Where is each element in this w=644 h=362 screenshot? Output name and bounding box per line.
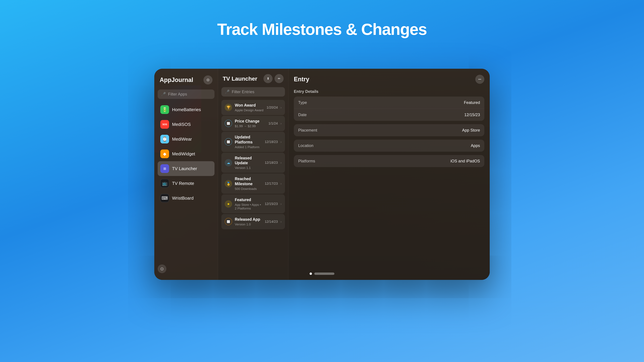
won-award-date: 1/20/24	[267, 106, 278, 109]
released-app-body: Released App Version 1.0	[235, 217, 262, 226]
mic-icon: 🎤	[161, 92, 166, 96]
released-update-date: 12/18/23	[265, 161, 278, 165]
location-label: Location	[298, 143, 314, 148]
won-award-title: Won Award	[235, 103, 264, 108]
mediwidget-icon: ◆	[160, 149, 169, 158]
settings-icon-button[interactable]: ⊙	[204, 75, 212, 84]
mediwear-label: MediWear	[172, 137, 192, 142]
released-app-subtitle: Version 1.0	[235, 223, 262, 226]
entry-price-change[interactable]: ⬜ Price Change $1.99 → $2.99 1/1/24 ›	[221, 116, 285, 131]
reached-milestone-chevron-icon: ›	[280, 182, 282, 186]
wristboard-label: WristBoard	[172, 196, 194, 201]
pagination	[310, 273, 334, 275]
price-change-chevron-icon: ›	[280, 121, 282, 125]
sidebar-item-tvremote[interactable]: 📺 TV Remote	[158, 176, 214, 191]
entry-won-award[interactable]: 🏆 Won Award Apple Design Award 1/20/24 ›	[221, 100, 285, 115]
entry-released-update[interactable]: ☁ Released Update Version 1.1 12/18/23 ›	[221, 153, 285, 173]
placement-card: Placement App Store	[294, 124, 484, 136]
sidebar-item-medisos[interactable]: SOS MediSOS	[158, 117, 214, 132]
updated-platforms-title: Updated Platforms	[235, 135, 262, 145]
released-update-title: Released Update	[235, 156, 262, 166]
location-card: Location Apps	[294, 140, 484, 152]
filter-entries-bar[interactable]: 🎤 Filter Entries	[221, 87, 285, 96]
mediwear-icon: ⌚	[160, 135, 169, 143]
edit-icon-button[interactable]: ✏	[274, 74, 284, 83]
entry-reached-milestone[interactable]: 🥇 Reached Milestone 500 Downloads 12/17/…	[221, 173, 285, 194]
entry-list: 🏆 Won Award Apple Design Award 1/20/24 ›…	[221, 100, 285, 275]
platforms-value: iOS and iPadOS	[450, 159, 480, 163]
panel-actions: ⬆ ✏	[264, 74, 284, 83]
released-update-icon: ☁	[225, 159, 232, 166]
share-icon-button[interactable]: ⬆	[264, 74, 272, 83]
settings-button[interactable]: ⊙	[158, 265, 166, 273]
homebatteries-label: HomeBatteries	[172, 107, 201, 112]
released-update-subtitle: Version 1.1	[235, 166, 262, 170]
featured-date: 12/15/23	[265, 202, 278, 206]
sidebar-header: AppJournal ⊙	[158, 75, 214, 84]
released-app-date: 12/14/23	[265, 220, 278, 224]
price-change-subtitle: $1.99 → $2.99	[235, 124, 266, 128]
sidebar: AppJournal ⊙ 🎤 Filter Apps 🔋 HomeBatteri…	[154, 69, 218, 280]
placement-value: App Store	[462, 128, 480, 133]
right-panel: Entry ••• Entry Details Type Featured Da…	[288, 69, 490, 280]
price-change-date: 1/1/24	[268, 121, 278, 125]
updated-platforms-subtitle: Added 1 Platform	[235, 145, 262, 149]
more-options-button[interactable]: •••	[475, 75, 484, 84]
won-award-icon: 🏆	[225, 104, 232, 111]
price-change-icon: ⬜	[225, 120, 232, 127]
entry-updated-platforms[interactable]: ⬜ Updated Platforms Added 1 Platform 12/…	[221, 132, 285, 152]
middle-panel-title: TV Launcher	[223, 75, 257, 82]
updated-platforms-icon: ⬜	[225, 138, 232, 145]
right-panel-title: Entry	[294, 76, 309, 83]
tvremote-icon: 📺	[160, 179, 169, 188]
released-app-icon: ⬜	[225, 218, 232, 225]
released-app-title: Released App	[235, 217, 262, 222]
type-date-card: Type Featured Date 12/15/23	[294, 96, 484, 121]
reached-milestone-date: 12/17/23	[265, 182, 278, 186]
date-row: Date 12/15/23	[294, 109, 484, 121]
placement-label: Placement	[298, 128, 317, 133]
featured-subtitle: App Store • Apps • 2 Platforms	[235, 203, 262, 210]
medisos-label: MediSOS	[172, 122, 191, 127]
featured-title: Featured	[235, 197, 262, 202]
platforms-label: Platforms	[298, 159, 315, 163]
pagination-dot-1[interactable]	[310, 273, 312, 275]
tvlauncher-label: TV Launcher	[172, 166, 197, 171]
sidebar-footer: ⊙	[158, 261, 214, 273]
price-change-body: Price Change $1.99 → $2.99	[235, 119, 266, 128]
app-list: 🔋 HomeBatteries SOS MediSOS ⌚ MediWear ◆…	[158, 102, 214, 261]
sidebar-item-wristboard[interactable]: ⌨ WristBoard	[158, 191, 214, 205]
sidebar-item-mediwidget[interactable]: ◆ MediWidget	[158, 146, 214, 161]
sidebar-item-homebatteries[interactable]: 🔋 HomeBatteries	[158, 102, 214, 117]
platforms-card: Platforms iOS and iPadOS	[294, 155, 484, 167]
entry-released-app[interactable]: ⬜ Released App Version 1.0 12/14/23 ›	[221, 214, 285, 229]
type-row: Type Featured	[294, 96, 484, 109]
filter-apps-bar[interactable]: 🎤 Filter Apps	[158, 89, 214, 99]
released-update-chevron-icon: ›	[280, 161, 282, 165]
medisos-icon: SOS	[160, 120, 169, 129]
sidebar-title: AppJournal	[160, 76, 193, 83]
won-award-chevron-icon: ›	[280, 106, 282, 109]
featured-icon: ★	[225, 200, 232, 208]
platforms-row: Platforms iOS and iPadOS	[294, 155, 484, 167]
right-panel-header: Entry •••	[294, 75, 484, 84]
released-app-chevron-icon: ›	[280, 220, 282, 224]
updated-platforms-chevron-icon: ›	[280, 140, 282, 144]
location-row: Location Apps	[294, 140, 484, 152]
reached-milestone-body: Reached Milestone 500 Downloads	[235, 176, 262, 191]
location-value: Apps	[471, 143, 480, 148]
reached-milestone-icon: 🥇	[225, 180, 232, 187]
pagination-bar[interactable]	[314, 273, 334, 275]
filter-apps-placeholder: Filter Apps	[168, 92, 187, 96]
reached-milestone-title: Reached Milestone	[235, 176, 262, 187]
entry-featured[interactable]: ★ Featured App Store • Apps • 2 Platform…	[221, 194, 285, 213]
mediwidget-label: MediWidget	[172, 151, 195, 157]
app-window: AppJournal ⊙ 🎤 Filter Apps 🔋 HomeBatteri…	[154, 69, 490, 280]
sidebar-item-tvlauncher[interactable]: ⊞ TV Launcher	[158, 161, 214, 176]
homebatteries-icon: 🔋	[160, 105, 169, 114]
sidebar-item-mediwear[interactable]: ⌚ MediWear	[158, 132, 214, 146]
page-title: Track Milestones & Changes	[217, 20, 427, 38]
placement-row: Placement App Store	[294, 124, 484, 136]
tvlauncher-icon: ⊞	[160, 164, 169, 173]
window-content: AppJournal ⊙ 🎤 Filter Apps 🔋 HomeBatteri…	[154, 69, 490, 280]
